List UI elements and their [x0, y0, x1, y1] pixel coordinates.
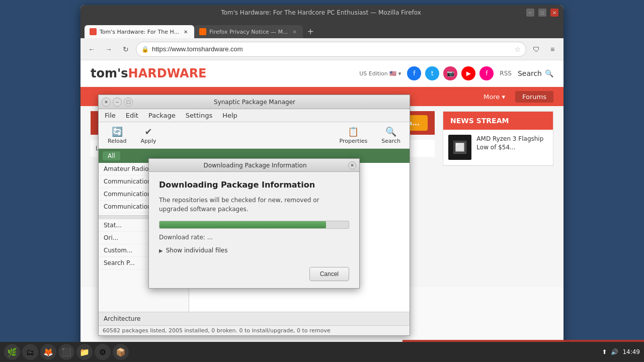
reload-button[interactable]: ↻	[119, 42, 133, 56]
toolbar-reload-btn[interactable]: 🔄 Reload	[102, 124, 132, 146]
mint-logo-icon: 🌿	[7, 347, 17, 357]
taskbar-right: ⬆ 🔊 14:49	[602, 348, 640, 355]
rss-link[interactable]: RSS	[500, 70, 512, 77]
taskbar-folder-icon[interactable]: 📁	[76, 344, 93, 360]
news-stream-header: NEWS STREAM	[443, 112, 553, 130]
network-tray-icon: ⬆	[602, 348, 607, 355]
dialog-description: The repositories will be checked for new…	[159, 196, 349, 214]
firefox-close-btn[interactable]: ✕	[550, 9, 558, 17]
forward-button[interactable]: →	[102, 42, 116, 56]
cancel-button[interactable]: Cancel	[309, 267, 349, 281]
reload-icon: 🔄	[112, 126, 123, 137]
taskbar-files-icon[interactable]: 🗂	[22, 344, 38, 360]
back-button[interactable]: ←	[85, 42, 99, 56]
nav-more-button[interactable]: More ▾	[484, 93, 505, 101]
volume-tray-icon: 🔊	[611, 348, 618, 355]
amd-thumbnail: 🔲	[448, 135, 471, 160]
synaptic-menu-bar: File Edit Package Settings Help	[99, 109, 410, 122]
search-toolbar-icon: 🔍	[385, 126, 396, 137]
hardware-text: HARDWARE	[128, 66, 207, 80]
container-button[interactable]: 🛡	[529, 42, 543, 56]
address-input[interactable]	[152, 45, 511, 53]
news-item-amd[interactable]: 🔲 AMD Ryzen 3 Flagship Low of $54...	[443, 130, 553, 165]
firefox-minimize-btn[interactable]: −	[526, 9, 534, 17]
tab-toms-close[interactable]: ✕	[182, 28, 189, 35]
folder-icon: 📁	[79, 347, 90, 357]
dialog-close-btn[interactable]: ✕	[348, 161, 356, 169]
taskbar-mint-icon[interactable]: 🌿	[4, 344, 20, 360]
menu-button[interactable]: ≡	[545, 42, 559, 56]
toolbar-properties-btn[interactable]: 📋 Properties	[334, 124, 374, 146]
toolbar-search-btn[interactable]: 🔍 Search	[375, 124, 407, 146]
nav-more-label: More ▾	[484, 93, 505, 101]
taskbar-settings-icon[interactable]: ⚙	[95, 344, 111, 360]
settings-gear-icon: ⚙	[99, 347, 106, 357]
menu-file[interactable]: File	[101, 110, 120, 121]
synaptic-title: Synaptic Package Manager	[133, 99, 376, 106]
menu-package[interactable]: Package	[144, 110, 180, 121]
dialog-titlebar: Downloading Package Information ✕	[149, 159, 359, 172]
statusbar-text: 60582 packages listed, 2005 installed, 0…	[103, 327, 331, 334]
privacy-favicon	[199, 28, 206, 35]
synaptic-maximize-btn[interactable]: □	[124, 98, 133, 107]
menu-edit[interactable]: Edit	[122, 110, 142, 121]
show-files-label: Show individual files	[166, 247, 228, 254]
synaptic-close-btn[interactable]: ✕	[102, 98, 111, 107]
toms-sidebar-content: NEWS STREAM 🔲 AMD Ryzen 3 Flagship Low o…	[443, 111, 553, 282]
menu-settings[interactable]: Settings	[182, 110, 216, 121]
dialog-footer: Cancel	[149, 262, 359, 288]
facebook-icon[interactable]: f	[407, 66, 421, 80]
synaptic-minimize-btn[interactable]: −	[113, 98, 122, 107]
dialog-heading: Downloading Package Information	[159, 180, 349, 190]
instagram-icon[interactable]: 📷	[443, 66, 457, 80]
firefox-maximize-btn[interactable]: □	[538, 9, 546, 17]
toms-header: tom'sHARDWARE US Edition 🇺🇸 ▾ f t 📷 ▶ f …	[80, 60, 564, 87]
edition-badge[interactable]: US Edition 🇺🇸 ▾	[359, 70, 401, 77]
firefox-titlebar: Tom's Hardware: For The Hardcore PC Enth…	[80, 5, 564, 20]
tab-toms-label: Tom's Hardware: For The H...	[100, 29, 179, 35]
taskbar: 🌿 🗂 🦊 ⬛ 📁 ⚙ 📦 ⬆ 🔊 14:49	[0, 342, 644, 362]
download-rate-value: ...	[207, 234, 213, 241]
security-icon: 🔒	[141, 46, 149, 53]
twitter-icon[interactable]: t	[425, 66, 439, 80]
toms-header-right: US Edition 🇺🇸 ▾ f t 📷 ▶ f RSS Search 🔍	[359, 66, 553, 80]
taskbar-firefox-icon[interactable]: 🦊	[40, 344, 56, 360]
bookmark-star-icon[interactable]: ☆	[514, 45, 521, 53]
search-icon: 🔍	[545, 69, 553, 77]
tab-privacy-close[interactable]: ✕	[291, 28, 298, 35]
taskbar-synaptic-icon[interactable]: 📦	[113, 344, 129, 360]
apply-icon: ✔	[144, 126, 152, 137]
dialog-title: Downloading Package Information	[162, 162, 348, 169]
progress-bar-fill	[159, 221, 326, 228]
toolbar-apply-btn[interactable]: ✔ Apply	[134, 124, 162, 146]
taskbar-terminal-icon[interactable]: ⬛	[58, 344, 74, 360]
search-label: Search	[518, 69, 542, 77]
menu-help[interactable]: Help	[218, 110, 242, 121]
synaptic-win-controls: ✕ − □	[102, 98, 133, 107]
filter-all-button[interactable]: All	[103, 151, 120, 160]
show-files-toggle[interactable]: ▶ Show individual files	[159, 247, 349, 254]
tab-toms-hardware[interactable]: Tom's Hardware: For The H... ✕	[85, 25, 194, 38]
terminal-icon: ⬛	[61, 347, 71, 357]
architecture-label: Architecture	[104, 315, 140, 322]
search-button[interactable]: Search 🔍	[518, 69, 553, 77]
tab-firefox-privacy[interactable]: Firefox Privacy Notice — M... ✕	[194, 25, 303, 38]
properties-label: Properties	[340, 138, 368, 144]
taskbar-tray: ⬆ 🔊	[602, 348, 618, 355]
news-stream-box: NEWS STREAM 🔲 AMD Ryzen 3 Flagship Low o…	[443, 111, 553, 166]
youtube-icon[interactable]: ▶	[461, 66, 475, 80]
nav-forums-button[interactable]: Forums	[515, 91, 553, 103]
amd-news-text: AMD Ryzen 3 Flagship Low of $54...	[476, 135, 548, 160]
new-tab-button[interactable]: +	[303, 25, 317, 38]
apply-label: Apply	[140, 138, 156, 144]
toggle-arrow-icon: ▶	[159, 248, 163, 253]
desktop: Tom's Hardware: For The Hardcore PC Enth…	[0, 0, 644, 362]
architecture-section: Architecture	[99, 312, 410, 325]
taskbar-clock: 14:49	[622, 348, 640, 355]
flipboard-icon[interactable]: f	[479, 66, 494, 80]
address-bar-container[interactable]: 🔒 ☆	[136, 42, 526, 57]
toms-logo: tom'sHARDWARE	[91, 66, 207, 80]
synaptic-statusbar: 60582 packages listed, 2005 installed, 0…	[99, 325, 410, 335]
files-icon: 🗂	[26, 347, 34, 357]
synaptic-titlebar: ✕ − □ Synaptic Package Manager	[99, 95, 410, 109]
